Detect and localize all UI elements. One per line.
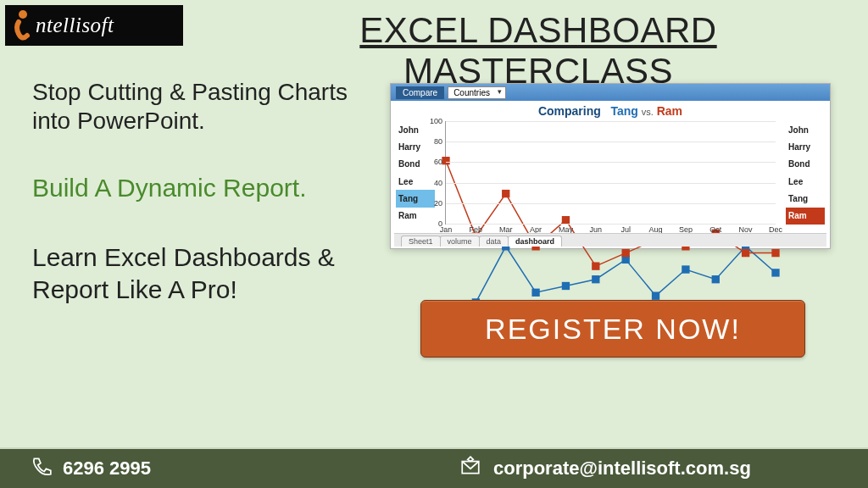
legend-item: John <box>786 121 825 138</box>
footer-email-block: corporate@intellisoft.com.sg <box>434 455 868 482</box>
legend-item: Bond <box>786 156 825 173</box>
svg-rect-12 <box>771 269 779 276</box>
brand-logo: ntellisoft <box>5 5 183 46</box>
sheet-tab: data <box>479 236 509 247</box>
y-tick-label: 40 <box>434 179 446 187</box>
copy-line-3: Learn Excel Dashboards & Report Like A P… <box>32 241 371 305</box>
dropdown-countries: Countries <box>448 86 506 99</box>
y-tick-label: 60 <box>434 158 446 166</box>
svg-rect-5 <box>562 282 570 290</box>
legend-item: Bond <box>396 156 435 173</box>
legend-right: JohnHarryBondLeeTangRam <box>786 121 825 225</box>
logo-mark <box>12 8 34 42</box>
chart-title-prefix: Comparing <box>538 104 601 118</box>
phone-icon <box>31 455 53 482</box>
legend-item: Harry <box>396 138 435 155</box>
ribbon-bar: Compare Countries <box>391 84 830 101</box>
footer-bar: 6296 2995 corporate@intellisoft.com.sg <box>0 447 868 488</box>
logo-text: ntellisoft <box>36 14 114 37</box>
footer-email: corporate@intellisoft.com.sg <box>493 458 751 480</box>
chart-vs-label: vs. <box>642 107 654 117</box>
ribbon-tab-compare: Compare <box>396 86 444 99</box>
legend-left: JohnHarryBondLeeTangRam <box>396 121 435 225</box>
legend-item: Ram <box>396 208 435 225</box>
email-icon <box>459 455 481 482</box>
footer-phone-block: 6296 2995 <box>0 455 434 482</box>
register-button[interactable]: REGISTER NOW! <box>420 300 805 358</box>
y-tick-label: 20 <box>434 199 446 208</box>
copy-line-1: Stop Cutting & Pasting Charts into Power… <box>32 78 371 135</box>
footer-phone: 6296 2995 <box>63 458 151 480</box>
chart-title: Comparing Tang vs. Ram <box>391 104 830 118</box>
copy-line-2: Build A Dynamic Report. <box>32 174 371 202</box>
svg-point-0 <box>19 10 27 19</box>
svg-rect-17 <box>562 216 570 224</box>
sheet-tab: volume <box>440 236 480 247</box>
svg-rect-8 <box>652 292 659 300</box>
legend-item: Ram <box>786 208 825 225</box>
y-tick-label: 100 <box>430 117 446 125</box>
sheet-tab: dashboard <box>508 236 562 247</box>
chart-series2-name: Ram <box>657 104 682 118</box>
chart-series1-name: Tang <box>610 104 637 118</box>
excel-screenshot: Compare Countries Comparing Tang vs. Ram… <box>390 83 831 249</box>
svg-rect-15 <box>502 190 509 197</box>
svg-rect-24 <box>771 249 779 257</box>
legend-item: Lee <box>396 173 435 190</box>
svg-rect-10 <box>712 275 720 283</box>
legend-item: Harry <box>786 138 825 155</box>
svg-rect-23 <box>742 249 749 257</box>
register-label: REGISTER NOW! <box>485 313 741 346</box>
legend-item: Tang <box>786 190 825 207</box>
sheet-tab: Sheet1 <box>401 236 441 247</box>
y-tick-label: 80 <box>434 137 446 146</box>
chart-series-svg <box>446 121 776 451</box>
sheet-tabs: Sheet1volumedatadashboard <box>394 233 826 247</box>
svg-rect-9 <box>682 265 689 273</box>
svg-rect-18 <box>592 262 599 269</box>
svg-rect-4 <box>531 289 539 297</box>
svg-rect-19 <box>622 249 630 257</box>
chart-plot-area: 020406080100JanFebMarAprMayJunJulAugSepO… <box>445 121 776 225</box>
legend-item: Tang <box>396 190 435 207</box>
legend-item: Lee <box>786 173 825 190</box>
slide: ntellisoft EXCEL DASHBOARD MASTERCLASS S… <box>0 0 868 488</box>
svg-rect-6 <box>592 275 599 283</box>
marketing-copy: Stop Cutting & Pasting Charts into Power… <box>32 78 371 305</box>
